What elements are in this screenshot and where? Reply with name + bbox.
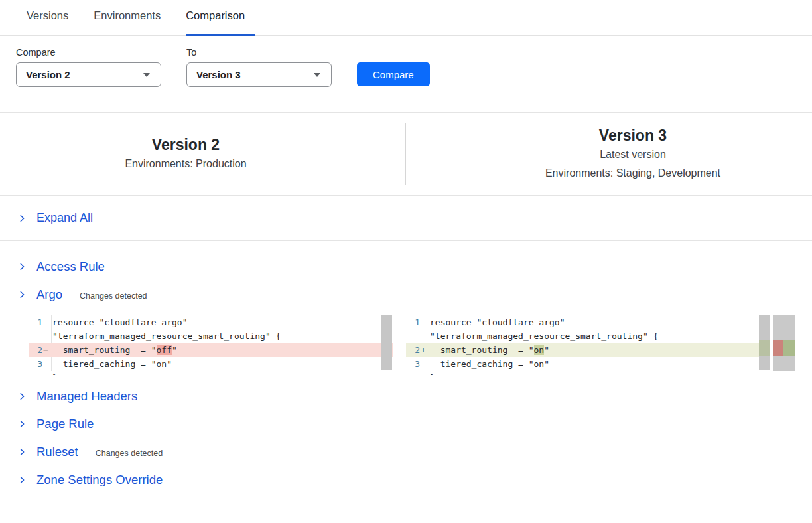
version-headers: Version 2 Environments: Production Versi…	[0, 113, 812, 195]
chevron-right-icon	[17, 447, 27, 457]
minimap-removed-marker	[773, 340, 783, 356]
section-zone-settings-override[interactable]: Zone Settings Override	[0, 471, 812, 489]
right-version-environments: Environments: Staging, Development	[454, 164, 812, 183]
chevron-right-icon	[17, 214, 27, 223]
code-text: }	[429, 371, 435, 375]
code-text: "terraform_managed_resource_smart_routin…	[429, 329, 658, 343]
section-managed-headers[interactable]: Managed Headers	[0, 387, 812, 406]
code-line-removed: 2− smart_routing = "off"	[29, 343, 393, 357]
diff-sign	[420, 315, 429, 329]
expand-all-row[interactable]: Expand All	[0, 196, 812, 240]
code-text: resource "cloudflare_argo"	[51, 315, 188, 329]
section-label[interactable]: Zone Settings Override	[36, 473, 163, 487]
line-number: 3	[406, 357, 420, 371]
code-line: 1resource "cloudflare_argo"	[29, 315, 393, 329]
section-label[interactable]: Access Rule	[36, 260, 105, 274]
left-version-title: Version 2	[0, 135, 372, 155]
code-line: }	[29, 371, 393, 375]
section-ruleset[interactable]: Ruleset Changes detected	[0, 443, 812, 461]
section-page-rule[interactable]: Page Rule	[0, 415, 812, 433]
diff-sign	[420, 357, 429, 371]
compare-button[interactable]: Compare	[357, 62, 430, 86]
section-argo[interactable]: Argo Changes detected	[0, 285, 812, 304]
diff-sign	[420, 371, 429, 375]
diff-minimap[interactable]	[773, 315, 795, 371]
diff-sign	[42, 329, 51, 343]
code-line: "terraform_managed_resource_smart_routin…	[29, 329, 393, 343]
section-access-rule[interactable]: Access Rule	[0, 258, 812, 276]
tab-environments[interactable]: Environments	[94, 9, 161, 35]
chevron-right-icon	[17, 262, 27, 271]
code-text: "terraform_managed_resource_smart_routin…	[51, 329, 281, 343]
tab-bar: Versions Environments Comparison	[0, 0, 812, 36]
right-panel-scrollbar[interactable]	[759, 315, 770, 370]
code-text: resource "cloudflare_argo"	[429, 315, 565, 329]
line-number: 1	[29, 315, 42, 329]
line-number	[29, 329, 42, 343]
changes-detected-badge: Changes detected	[96, 449, 163, 458]
line-number	[406, 371, 420, 375]
code-line: 3 tiered_caching = "on"	[29, 357, 393, 371]
tab-comparison[interactable]: Comparison	[186, 9, 255, 35]
line-number: 2	[29, 343, 42, 357]
section-label[interactable]: Page Rule	[36, 417, 94, 431]
compare-to-select[interactable]: Version 3	[186, 62, 332, 87]
diff-sign: +	[420, 343, 429, 357]
chevron-down-icon	[143, 73, 150, 77]
chevron-right-icon	[17, 392, 27, 401]
diff-panel-left: 1resource "cloudflare_argo" "terraform_m…	[29, 315, 393, 375]
diff-sign: −	[42, 343, 51, 357]
to-label: To	[186, 47, 332, 58]
line-number: 2	[406, 343, 420, 357]
code-text: smart_routing = "on"	[429, 343, 549, 357]
diff-sign	[42, 357, 51, 371]
compare-field: Compare Version 2	[16, 47, 161, 87]
chevron-right-icon	[17, 475, 27, 485]
argo-diff-viewer: 1resource "cloudflare_argo" "terraform_m…	[29, 315, 812, 375]
section-label[interactable]: Ruleset	[36, 445, 78, 459]
code-text: }	[51, 371, 58, 375]
compare-from-value: Version 2	[26, 69, 70, 80]
resource-sections: Access Rule Argo Changes detected 1resou…	[0, 241, 812, 489]
diff-panel-right: 1resource "cloudflare_argo" "terraform_m…	[406, 315, 770, 375]
right-version-title: Version 3	[454, 125, 812, 145]
code-text: tiered_caching = "on"	[51, 357, 172, 371]
code-text: smart_routing = "off"	[51, 343, 177, 357]
line-number: 1	[406, 315, 420, 329]
right-version-subtitle: Latest version	[454, 145, 812, 164]
code-line: 1resource "cloudflare_argo"	[406, 315, 770, 329]
diff-sign	[42, 371, 51, 375]
version-header-right: Version 3 Latest version Environments: S…	[405, 125, 812, 183]
scrollbar-change-tint	[759, 340, 770, 356]
section-label[interactable]: Argo	[36, 287, 62, 302]
minimap-change-band	[773, 340, 795, 356]
minimap-added-marker	[783, 340, 795, 356]
left-version-environments: Environments: Production	[0, 155, 372, 173]
vertical-divider	[405, 123, 406, 185]
compare-label: Compare	[16, 47, 161, 58]
chevron-down-icon	[314, 73, 320, 77]
left-panel-scrollbar[interactable]	[381, 315, 392, 370]
diff-sign	[420, 329, 429, 343]
section-label[interactable]: Managed Headers	[36, 389, 137, 404]
panel-gap	[393, 315, 406, 375]
changes-detected-badge: Changes detected	[80, 291, 147, 301]
compare-to-value: Version 3	[196, 69, 241, 80]
compare-from-select[interactable]: Version 2	[16, 62, 161, 87]
diff-sign	[42, 315, 51, 329]
expand-all-label[interactable]: Expand All	[36, 211, 93, 225]
compare-form: Compare Version 2 To Version 3 Compare	[0, 36, 812, 87]
code-line: "terraform_managed_resource_smart_routin…	[406, 329, 770, 343]
chevron-right-icon	[17, 419, 27, 429]
line-number	[406, 329, 420, 343]
code-line: }	[406, 371, 770, 375]
code-line: 3 tiered_caching = "on"	[406, 357, 770, 371]
chevron-right-icon	[17, 290, 27, 299]
version-header-left: Version 2 Environments: Production	[0, 135, 405, 173]
code-text: tiered_caching = "on"	[429, 357, 549, 371]
tab-versions[interactable]: Versions	[27, 9, 68, 35]
to-field: To Version 3	[186, 47, 332, 87]
line-number: 3	[29, 357, 42, 371]
code-line-added: 2+ smart_routing = "on"	[406, 343, 770, 357]
line-number	[29, 371, 42, 375]
